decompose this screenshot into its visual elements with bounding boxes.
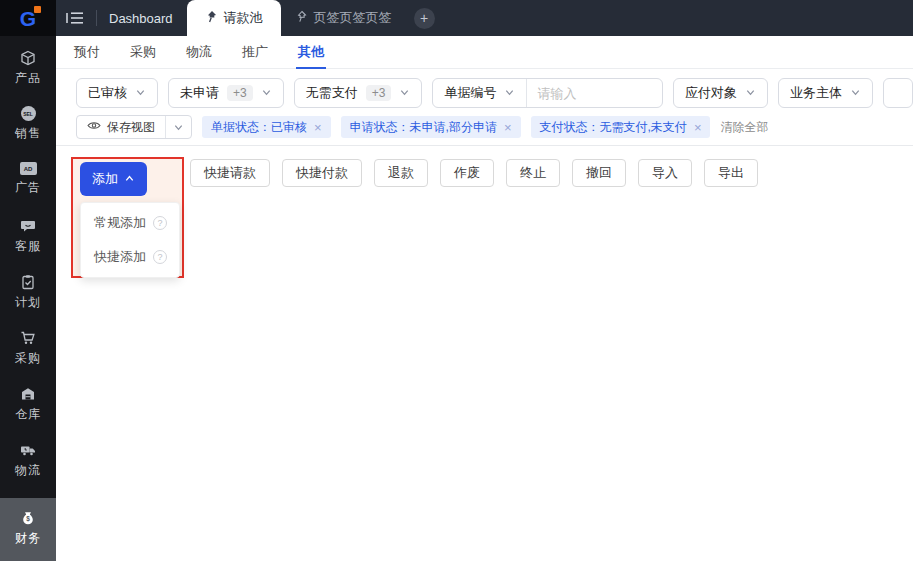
sidebar-item-products[interactable]: 产品 [0,50,56,106]
field-label: 单据编号 [444,84,496,102]
count-badge: +3 [227,85,253,101]
subnav: 预付 采购 物流 推广 其他 [56,36,913,69]
chevron-down-icon [850,86,861,101]
menu-item-label: 快捷添加 [94,248,146,266]
filter-tag-doc-status: 单据状态：已审核 × [202,116,331,138]
sell-badge-icon: SEL [21,106,36,121]
apply-status-dropdown[interactable]: 未申请 +3 [168,78,284,108]
audit-status-dropdown[interactable]: 已审核 [76,78,158,108]
money-bag-icon: $ [20,510,36,526]
chat-bubble-icon [20,218,36,234]
tab-page-tags[interactable]: 页签页签页签 [281,0,406,36]
payee-dropdown[interactable]: 应付对象 [673,78,768,108]
clipped-dropdown[interactable] [883,78,913,108]
chevron-down-icon [135,86,146,101]
sidebar-item-procurement[interactable]: 采购 [0,330,56,386]
topbar-divider [96,10,97,26]
sidebar-item-label: 采购 [15,350,41,367]
sidebar-item-label: 计划 [15,294,41,311]
main-content: 添加 常规添加 ? 快捷添加 ? 快捷请款 快捷付款 退款 作废 终止 撤回 导… [56,146,913,561]
terminate-button[interactable]: 终止 [506,159,560,187]
clipboard-check-icon [20,274,36,290]
add-dropdown-menu: 常规添加 ? 快捷添加 ? [80,202,180,278]
chevron-up-icon [124,172,135,187]
action-buttons-row: 快捷请款 快捷付款 退款 作废 终止 撤回 导入 导出 [190,159,758,187]
subnav-item-logistics[interactable]: 物流 [184,36,214,69]
chevron-down-icon [745,86,756,101]
quick-pay-button[interactable]: 快捷付款 [282,159,362,187]
sidebar-item-label: 财务 [15,530,41,547]
help-icon[interactable]: ? [153,216,167,230]
quick-request-button[interactable]: 快捷请款 [190,159,270,187]
import-button[interactable]: 导入 [638,159,692,187]
pin-outline-icon [295,10,307,26]
menu-item-normal-add[interactable]: 常规添加 ? [81,206,179,240]
truck-icon [20,442,36,458]
sidebar-item-plan[interactable]: 计划 [0,274,56,330]
menu-item-label: 常规添加 [94,214,146,232]
red-annotation-box: 添加 常规添加 ? 快捷添加 ? [71,157,184,278]
clear-all-button[interactable]: 清除全部 [720,119,768,136]
eye-icon [87,120,101,134]
close-icon[interactable]: × [694,121,702,134]
subnav-item-promotion[interactable]: 推广 [240,36,270,69]
search-input[interactable] [527,86,663,101]
withdraw-button[interactable]: 撤回 [572,159,626,187]
close-icon[interactable]: × [504,121,512,134]
save-view-button[interactable]: 保存视图 [77,116,166,138]
sidebar-item-logistics[interactable]: 物流 [0,442,56,498]
dropdown-label: 未申请 [180,84,219,102]
sidebar-nav: 产品 SEL 销售 AD 广告 客服 计划 采购 仓库 物流 [0,36,56,561]
logo-flag-icon [34,6,41,13]
void-button[interactable]: 作废 [440,159,494,187]
add-button-label: 添加 [92,170,118,188]
subnav-item-prepay[interactable]: 预付 [72,36,102,69]
entity-dropdown[interactable]: 业务主体 [778,78,873,108]
tab-label: 页签页签页签 [314,9,392,27]
cube-icon [20,50,36,66]
export-button[interactable]: 导出 [704,159,758,187]
subnav-item-procurement[interactable]: 采购 [128,36,158,69]
tag-text: 申请状态：未申请,部分申请 [350,119,497,136]
filter-row-dropdowns: 已审核 未申请 +3 无需支付 +3 单据编号 ••• 应付对象 [56,69,913,108]
tab-label: 请款池 [224,9,263,27]
save-view-caret[interactable] [166,116,191,138]
count-badge: +3 [366,85,392,101]
filter-bar: 已审核 未申请 +3 无需支付 +3 单据编号 ••• 应付对象 [56,69,913,146]
sidebar-item-service[interactable]: 客服 [0,218,56,274]
chevron-down-icon [261,86,272,101]
close-icon[interactable]: × [314,121,322,134]
filter-row-tags: 保存视图 单据状态：已审核 × 申请状态：未申请,部分申请 × 支付状态：无需支… [56,108,913,139]
app-logo[interactable]: G [0,0,56,36]
sidebar-item-warehouse[interactable]: 仓库 [0,386,56,442]
refund-button[interactable]: 退款 [374,159,428,187]
dropdown-label: 应付对象 [685,84,737,102]
chevron-down-icon [504,86,515,101]
search-field-selector[interactable]: 单据编号 [433,79,527,107]
topbar: Dashboard 请款池 页签页签页签 + [56,0,913,36]
filter-tag-apply-status: 申请状态：未申请,部分申请 × [341,116,521,138]
cart-icon [20,330,36,346]
sidebar-item-label: 产品 [15,70,41,87]
sidebar-item-label: 物流 [15,462,41,479]
add-button[interactable]: 添加 [80,162,147,196]
dashboard-link[interactable]: Dashboard [109,11,173,26]
filter-tag-pay-status: 支付状态：无需支付,未支付 × [531,116,711,138]
help-icon[interactable]: ? [153,250,167,264]
sidebar-item-ads[interactable]: AD 广告 [0,162,56,218]
menu-item-quick-add[interactable]: 快捷添加 ? [81,240,179,274]
subnav-item-other[interactable]: 其他 [296,36,326,69]
new-tab-button[interactable]: + [414,8,435,29]
sidebar-item-sales[interactable]: SEL 销售 [0,106,56,162]
tab-request-pool[interactable]: 请款池 [187,0,281,36]
sidebar-item-label: 销售 [15,125,41,142]
sidebar-item-label: 仓库 [15,406,41,423]
sidebar-item-finance[interactable]: $ 财务 [0,498,56,561]
tag-text: 单据状态：已审核 [211,119,307,136]
pin-filled-icon [205,10,217,26]
menu-fold-icon[interactable] [66,11,84,25]
warehouse-icon [20,386,36,402]
dropdown-label: 已审核 [88,84,127,102]
ad-icon: AD [20,162,37,175]
pay-status-dropdown[interactable]: 无需支付 +3 [294,78,423,108]
